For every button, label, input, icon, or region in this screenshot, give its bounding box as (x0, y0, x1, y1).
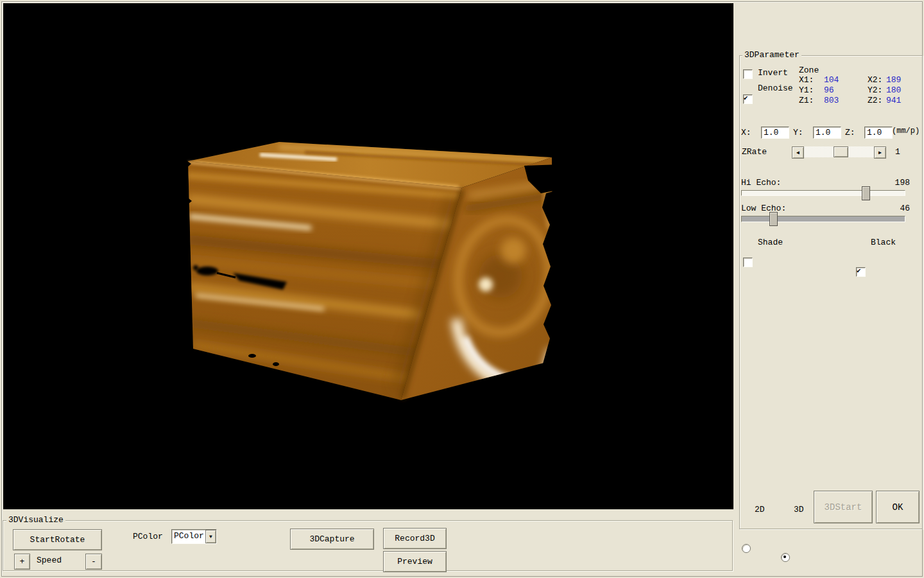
zrate-left-arrow-icon[interactable]: ◀ (792, 146, 804, 159)
scale-unit-label: (mm/p) (892, 127, 920, 136)
chevron-down-icon[interactable]: ▼ (205, 530, 216, 543)
x-scale-label: X: (741, 128, 751, 137)
zone-y2-value: 180 (886, 86, 901, 95)
y-scale-input[interactable] (813, 127, 841, 139)
mode-3d-radio[interactable] (781, 553, 790, 562)
zone-x1-value: 104 (824, 76, 839, 85)
z-scale-label: Z: (845, 128, 855, 137)
speed-plus-button[interactable]: + (14, 554, 30, 570)
record3d-button[interactable]: Record3D (383, 528, 447, 549)
invert-checkbox[interactable] (743, 69, 753, 79)
mode-2d-radio[interactable] (742, 544, 751, 553)
denoise-checkbox[interactable] (743, 94, 753, 104)
z-scale-input[interactable] (864, 127, 893, 139)
speed-minus-button[interactable]: - (85, 554, 102, 570)
start-rotate-button[interactable]: StartRotate (13, 529, 102, 550)
pcolor-label: PColor (133, 532, 163, 541)
capture3d-button[interactable]: 3DCapture (290, 529, 374, 550)
render-viewport[interactable] (3, 3, 733, 509)
zone-z2-value: 941 (886, 96, 901, 105)
hi-echo-value: 198 (870, 179, 910, 188)
pcolor-dropdown[interactable]: PColor ▼ (171, 529, 217, 544)
speed-label: Speed (37, 556, 62, 565)
ok-button[interactable]: OK (876, 491, 920, 523)
zone-x2-label: X2: (868, 76, 882, 85)
zone-z2-label: Z2: (868, 96, 882, 105)
zone-y1-label: Y1: (799, 86, 814, 95)
zone-title: Zone (799, 66, 819, 75)
mode-2d-label: 2D (755, 505, 765, 514)
low-echo-thumb[interactable] (769, 212, 778, 226)
low-echo-value: 46 (870, 204, 910, 213)
volume-render-3d (3, 3, 733, 509)
denoise-label: Denoise (758, 84, 793, 93)
zrate-value: 1 (895, 148, 900, 157)
pcolor-dropdown-value: PColor (172, 530, 205, 543)
hi-echo-track[interactable] (741, 190, 905, 196)
hi-echo-label: Hi Echo: (741, 179, 781, 188)
shade-checkbox[interactable] (743, 258, 753, 267)
low-echo-label: Low Echo: (741, 204, 786, 213)
mode-3d-label: 3D (794, 505, 804, 514)
zone-x2-value: 189 (886, 76, 901, 85)
zone-y2-label: Y2: (868, 86, 882, 95)
zrate-label: ZRate (742, 148, 767, 157)
parameter-group-title: 3DParameter (742, 51, 801, 59)
zone-x1-label: X1: (799, 76, 814, 85)
shade-label: Shade (758, 238, 783, 247)
zrate-right-arrow-icon[interactable]: ▶ (874, 146, 886, 159)
black-label: Black (871, 238, 896, 247)
zrate-track[interactable] (804, 146, 874, 157)
low-echo-track[interactable] (741, 216, 905, 222)
x-scale-input[interactable] (761, 127, 789, 139)
y-scale-label: Y: (793, 128, 803, 137)
visualize-group-title: 3DVisualize (6, 516, 65, 524)
zone-z1-value: 803 (824, 96, 839, 105)
start3d-button[interactable]: 3DStart (814, 491, 873, 523)
hi-echo-thumb[interactable] (862, 186, 870, 200)
zrate-thumb[interactable] (834, 146, 848, 157)
zone-z1-label: Z1: (799, 96, 814, 105)
black-checkbox[interactable] (856, 267, 866, 277)
preview-button[interactable]: Preview (383, 551, 447, 572)
zone-y1-value: 96 (824, 86, 834, 95)
invert-label: Invert (758, 69, 788, 78)
zrate-scrollbar[interactable]: ◀ ▶ (792, 146, 886, 157)
